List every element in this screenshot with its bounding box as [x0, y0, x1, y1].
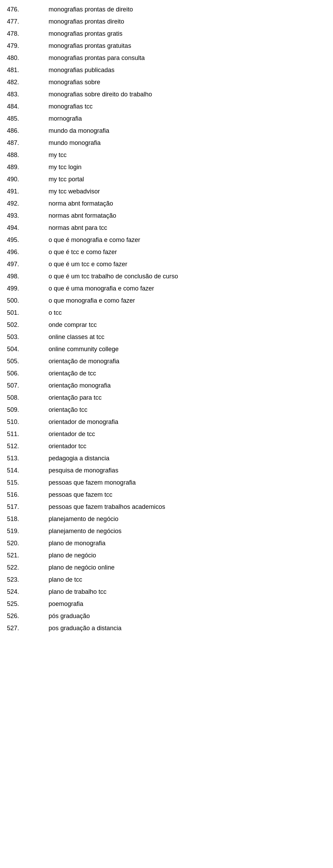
list-item: 526.pós graduação — [7, 610, 326, 622]
list-item: 476.monografias prontas de direito — [7, 3, 326, 16]
item-text: monografias prontas gratuitas — [49, 41, 131, 51]
item-text: normas abnt formatação — [49, 211, 116, 220]
item-number: 480. — [7, 53, 49, 63]
list-item: 522.plano de negócio online — [7, 562, 326, 574]
list-item: 499.o que é uma monografia e como fazer — [7, 283, 326, 295]
item-text: monografias publicadas — [49, 66, 114, 75]
item-number: 515. — [7, 478, 49, 487]
list-item: 509.orientação tcc — [7, 404, 326, 416]
item-text: my tcc login — [49, 163, 82, 172]
list-item: 510.orientador de monografia — [7, 416, 326, 428]
list-item: 518.planejamento de negócio — [7, 513, 326, 525]
item-text: orientação para tcc — [49, 393, 102, 402]
item-text: plano de monografia — [49, 539, 105, 548]
list-item: 488.my tcc — [7, 149, 326, 161]
item-text: mornografia — [49, 114, 82, 123]
list-item: 486.mundo da monografia — [7, 125, 326, 137]
item-text: planejamento de negócios — [49, 527, 121, 536]
item-number: 512. — [7, 442, 49, 451]
item-text: o que é um tcc trabalho de conclusão de … — [49, 272, 178, 281]
item-text: monografias tcc — [49, 102, 93, 111]
item-text: pessoas que fazem tcc — [49, 490, 112, 500]
item-number: 509. — [7, 405, 49, 415]
item-text: plano de negócio online — [49, 563, 114, 572]
list-item: 511.orientador de tcc — [7, 428, 326, 440]
item-number: 492. — [7, 199, 49, 208]
item-number: 511. — [7, 429, 49, 439]
list-item: 507.orientação monografia — [7, 380, 326, 392]
list-item: 519.planejamento de negócios — [7, 525, 326, 537]
item-number: 485. — [7, 114, 49, 123]
list-item: 523.plano de tcc — [7, 574, 326, 586]
item-number: 479. — [7, 41, 49, 51]
item-number: 493. — [7, 211, 49, 220]
list-item: 489.my tcc login — [7, 161, 326, 173]
list-item: 480.monografias prontas para consulta — [7, 52, 326, 64]
list-item: 521.plano de negócio — [7, 549, 326, 562]
list-item: 478.monografias prontas gratis — [7, 28, 326, 40]
list-item: 503.online classes at tcc — [7, 331, 326, 343]
item-number: 506. — [7, 369, 49, 378]
item-number: 488. — [7, 150, 49, 160]
item-number: 491. — [7, 187, 49, 196]
list-item: 524.plano de trabalho tcc — [7, 586, 326, 598]
list-item: 484.monografias tcc — [7, 101, 326, 113]
item-text: my tcc portal — [49, 175, 84, 184]
item-text: o que é um tcc e como fazer — [49, 260, 127, 269]
item-number: 505. — [7, 357, 49, 366]
item-text: o que é monografia e como fazer — [49, 235, 140, 245]
item-number: 498. — [7, 272, 49, 281]
item-number: 496. — [7, 248, 49, 257]
item-number: 526. — [7, 611, 49, 621]
list-item: 490.my tcc portal — [7, 173, 326, 185]
list-item: 512.orientador tcc — [7, 440, 326, 452]
list-item: 498.o que é um tcc trabalho de conclusão… — [7, 270, 326, 283]
item-number: 522. — [7, 563, 49, 572]
item-text: plano de negócio — [49, 551, 96, 560]
item-number: 519. — [7, 527, 49, 536]
item-text: pessoas que fazem trabalhos academicos — [49, 502, 165, 512]
item-text: norma abnt formatação — [49, 199, 113, 208]
item-text: o que é tcc e como fazer — [49, 248, 117, 257]
list-item: 491.my tcc webadvisor — [7, 185, 326, 198]
list-item: 481.monografias publicadas — [7, 64, 326, 76]
list-item: 501.o tcc — [7, 307, 326, 319]
item-number: 499. — [7, 284, 49, 293]
item-text: normas abnt para tcc — [49, 223, 107, 233]
list-item: 500.o que monografia e como fazer — [7, 295, 326, 307]
list-item: 517.pessoas que fazem trabalhos academic… — [7, 501, 326, 513]
item-text: o tcc — [49, 308, 62, 318]
list-item: 504.online community college — [7, 343, 326, 355]
item-number: 503. — [7, 332, 49, 342]
item-text: orientador tcc — [49, 442, 86, 451]
item-text: poemografia — [49, 599, 83, 609]
item-text: my tcc — [49, 150, 67, 160]
item-number: 495. — [7, 235, 49, 245]
item-number: 507. — [7, 381, 49, 390]
item-number: 481. — [7, 66, 49, 75]
item-text: monografias sobre — [49, 78, 100, 87]
item-text: onde comprar tcc — [49, 320, 97, 330]
item-text: monografias prontas de direito — [49, 5, 133, 14]
item-number: 521. — [7, 551, 49, 560]
item-number: 520. — [7, 539, 49, 548]
item-number: 501. — [7, 308, 49, 318]
list-item: 514.pesquisa de monografias — [7, 465, 326, 477]
item-text: monografias prontas gratis — [49, 29, 122, 38]
item-text: plano de tcc — [49, 575, 82, 584]
item-number: 517. — [7, 502, 49, 512]
item-text: pesquisa de monografias — [49, 466, 118, 475]
list-item: 493.normas abnt formatação — [7, 210, 326, 222]
item-number: 524. — [7, 587, 49, 597]
item-number: 487. — [7, 138, 49, 148]
item-text: monografias sobre direito do trabalho — [49, 90, 152, 99]
item-number: 513. — [7, 454, 49, 463]
item-number: 510. — [7, 417, 49, 427]
item-number: 482. — [7, 78, 49, 87]
item-text: mundo monografia — [49, 138, 101, 148]
list-item: 494.normas abnt para tcc — [7, 222, 326, 234]
item-number: 504. — [7, 345, 49, 354]
item-text: pos graduação a distancia — [49, 624, 121, 633]
item-number: 483. — [7, 90, 49, 99]
item-number: 525. — [7, 599, 49, 609]
